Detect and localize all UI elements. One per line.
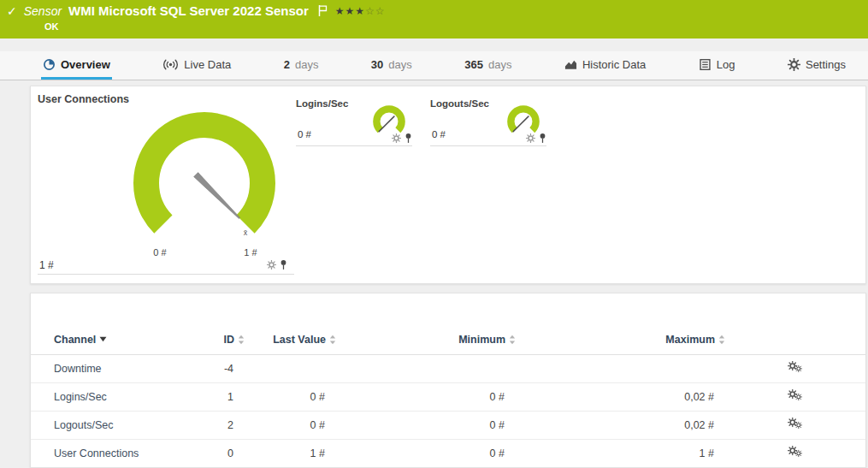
channel-minimum: 0 #: [336, 411, 516, 439]
gauge-current-value: 1 #: [39, 259, 54, 271]
tab-2-days-number: 2: [284, 58, 290, 71]
channel-last-value: 0 #: [245, 411, 336, 439]
gauge-needle: [513, 116, 528, 132]
stars-filled: ★★★: [335, 5, 365, 17]
gauge-needle: [194, 173, 240, 219]
table-row: User Connections 0 1 # 0 # 1 #: [31, 439, 865, 467]
tab-30-days-unit: days: [388, 58, 411, 71]
gauge-current-value: 0 #: [298, 129, 311, 139]
tab-365-days-number: 365: [464, 58, 483, 71]
tab-live-data[interactable]: Live Data: [161, 51, 233, 80]
channel-id: 1: [189, 382, 245, 411]
tab-365-days-unit: days: [488, 58, 511, 71]
edit-channel-icon[interactable]: [788, 361, 804, 374]
tab-365-days[interactable]: 365 days: [463, 51, 513, 80]
gauge-average-marker: x̄: [244, 228, 248, 237]
gauge-needle: [379, 116, 394, 132]
tab-overview[interactable]: Overview: [41, 51, 112, 80]
channel-maximum: 1 #: [516, 439, 725, 467]
user-connections-gauge-block: User Connections 0 # 1 # x̄ 1 #: [38, 93, 294, 275]
tab-30-days[interactable]: 30 days: [369, 51, 414, 80]
channel-settings-gear-icon[interactable]: [526, 133, 535, 143]
channel-last-value: 1 #: [245, 439, 336, 467]
header-last-value[interactable]: Last Value: [245, 326, 336, 354]
status-check-icon: ✓: [7, 5, 17, 17]
header-minimum[interactable]: Minimum: [336, 326, 516, 354]
table-row: Logouts/Sec 2 0 # 0 # 0,02 #: [31, 411, 865, 439]
header-maximum[interactable]: Maximum: [516, 326, 725, 354]
sort-icon: [238, 335, 245, 345]
channel-last-value: 0 #: [245, 382, 336, 411]
gauge-current-value: 0 #: [432, 129, 446, 139]
gauges-panel: User Connections 0 # 1 # x̄ 1 # Logins/S…: [30, 86, 866, 284]
channel-maximum: 0,02 #: [516, 382, 725, 411]
header-channel-label: Channel: [54, 334, 96, 346]
header-id[interactable]: ID: [189, 326, 245, 354]
gauge-footer: 1 #: [38, 256, 294, 275]
sort-icon: [329, 335, 336, 345]
overview-icon: [43, 58, 56, 71]
table-row: Downtime -4: [31, 354, 865, 382]
sort-down-triangle-icon: [99, 336, 107, 342]
header-edit: [725, 326, 865, 354]
gear-icon: [788, 58, 800, 71]
flag-icon[interactable]: [317, 4, 328, 17]
channel-minimum: 0 #: [336, 382, 516, 411]
channels-panel: Channel ID Last Value Minimum Maximum Do…: [30, 293, 866, 468]
channel-id: 0: [189, 439, 245, 467]
channel-name[interactable]: Downtime: [31, 354, 189, 382]
tab-2-days-unit: days: [295, 58, 318, 71]
header-channel[interactable]: Channel: [31, 326, 189, 354]
tab-settings[interactable]: Settings: [786, 51, 847, 80]
header-last-value-label: Last Value: [273, 334, 326, 346]
status-badge: OK: [44, 21, 859, 32]
priority-stars[interactable]: ★★★☆☆: [335, 5, 386, 17]
channel-maximum: [516, 354, 725, 382]
channel-maximum: 0,02 #: [516, 411, 725, 439]
broadcast-icon: [162, 58, 179, 71]
sort-icon: [509, 335, 516, 345]
header-id-label: ID: [224, 334, 235, 346]
table-header-row: Channel ID Last Value Minimum Maximum: [31, 326, 865, 354]
object-kind-label: Sensor: [24, 4, 62, 18]
page-title: WMI Microsoft SQL Server 2022 Sensor: [68, 3, 309, 18]
channel-last-value: [245, 354, 336, 382]
tab-historic-data[interactable]: Historic Data: [563, 51, 647, 80]
channel-id: -4: [189, 354, 245, 382]
channel-name[interactable]: User Connections: [31, 439, 189, 467]
tab-settings-label: Settings: [806, 58, 846, 71]
tab-live-data-label: Live Data: [184, 58, 231, 71]
channel-name[interactable]: Logins/Sec: [31, 382, 189, 411]
channels-table: Channel ID Last Value Minimum Maximum Do…: [31, 326, 865, 468]
table-row: Logins/Sec 1 0 # 0 # 0,02 #: [31, 382, 865, 411]
logins-gauge-block: Logins/Sec 0 #: [296, 98, 412, 146]
area-chart-icon: [564, 58, 577, 71]
logouts-gauge-block: Logouts/Sec 0 #: [430, 98, 546, 146]
user-connections-gauge: 0 # 1 # x̄: [119, 102, 290, 260]
sensor-header: ✓ Sensor WMI Microsoft SQL Server 2022 S…: [0, 0, 868, 39]
channel-settings-gear-icon[interactable]: [392, 133, 401, 143]
tab-overview-label: Overview: [61, 58, 110, 71]
pin-icon[interactable]: [404, 133, 412, 144]
sort-icon: [718, 335, 725, 345]
tab-log-label: Log: [717, 58, 735, 71]
edit-channel-icon[interactable]: [788, 446, 804, 459]
tab-historic-data-label: Historic Data: [582, 58, 646, 71]
edit-channel-icon[interactable]: [788, 418, 804, 430]
tab-2-days[interactable]: 2 days: [282, 51, 321, 80]
pin-icon[interactable]: [539, 133, 546, 144]
tab-30-days-number: 30: [371, 58, 383, 71]
channel-settings-gear-icon[interactable]: [267, 260, 276, 270]
log-icon: [699, 58, 712, 71]
stars-empty: ☆☆: [365, 5, 386, 17]
edit-channel-icon[interactable]: [788, 389, 804, 402]
tab-log[interactable]: Log: [697, 51, 737, 80]
tab-bar: Overview Live Data 2 days 30 days 365 da…: [0, 51, 868, 80]
header-minimum-label: Minimum: [458, 334, 505, 346]
channel-name[interactable]: Logouts/Sec: [31, 411, 189, 439]
channel-minimum: 0 #: [336, 439, 516, 467]
channel-id: 2: [189, 411, 245, 439]
pin-icon[interactable]: [280, 259, 287, 270]
channel-minimum: [336, 354, 516, 382]
header-maximum-label: Maximum: [665, 334, 715, 346]
